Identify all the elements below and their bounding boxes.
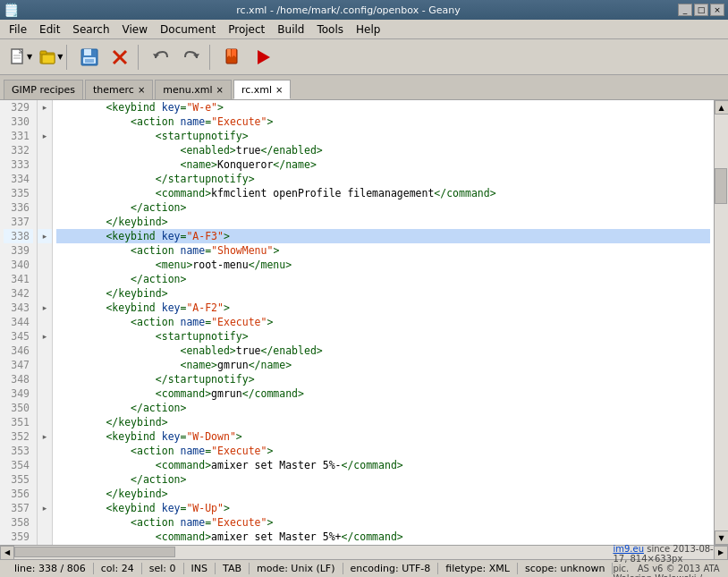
code-line: </keybind> xyxy=(56,286,710,301)
maximize-button[interactable]: □ xyxy=(694,4,708,16)
title-bar-icon: 🗒️ xyxy=(4,3,19,17)
svg-marker-19 xyxy=(258,50,270,64)
scroll-h-thumb[interactable] xyxy=(14,547,175,557)
run-button[interactable] xyxy=(249,43,277,72)
fold-marker-empty xyxy=(38,372,52,386)
code-line: <keybind key="W-Up"> xyxy=(56,501,710,515)
toolbar-sep-2 xyxy=(138,45,143,70)
save-file-button[interactable] xyxy=(75,43,104,72)
tab-gimp-recipes-label: GIMP recipes xyxy=(12,84,75,96)
code-line: <keybind key="W-e"> xyxy=(56,100,710,115)
tab-themerc[interactable]: themerc × xyxy=(85,80,153,99)
fold-marker-empty xyxy=(38,315,52,329)
code-line: </keybind> xyxy=(56,415,710,429)
menu-file[interactable]: File xyxy=(4,22,32,37)
scroll-down-arrow[interactable]: ▼ xyxy=(715,530,729,545)
status-sel: sel: 0 xyxy=(142,563,184,574)
tab-rc-xml-close[interactable]: × xyxy=(275,85,283,95)
tab-themerc-close[interactable]: × xyxy=(138,85,145,95)
tab-menu-xml-close[interactable]: × xyxy=(216,85,224,95)
open-file-arrow[interactable]: ▼ xyxy=(57,53,63,61)
status-line: line: 338 / 806 xyxy=(7,563,94,574)
svg-marker-13 xyxy=(193,54,199,58)
new-file-arrow[interactable]: ▼ xyxy=(27,53,32,61)
title-bar: 🗒️ rc.xml - /home/mark/.config/openbox -… xyxy=(0,0,728,20)
code-line: <keybind key="A-F3"> xyxy=(56,229,710,243)
menu-view[interactable]: View xyxy=(117,22,153,37)
toolbar-sep-3 xyxy=(209,45,215,70)
status-scope: scope: unknown xyxy=(518,563,613,574)
status-tab: TAB xyxy=(216,563,250,574)
vertical-scrollbar[interactable]: ▲ ▼ xyxy=(714,100,728,545)
tab-menu-xml-label: menu.xml xyxy=(163,84,212,96)
fold-marker-empty xyxy=(38,515,52,530)
menu-edit[interactable]: Edit xyxy=(34,22,65,37)
code-line: </action> xyxy=(56,200,710,215)
tab-rc-xml[interactable]: rc.xml × xyxy=(233,80,292,99)
code-line: <startupnotify> xyxy=(56,329,710,344)
tab-gimp-recipes[interactable]: GIMP recipes xyxy=(4,80,83,99)
open-file-group: ▼ xyxy=(34,43,63,72)
fold-marker[interactable]: ▸ xyxy=(38,301,52,315)
status-col: col: 24 xyxy=(94,563,142,574)
code-line: </keybind> xyxy=(56,487,710,501)
fold-marker[interactable]: ▸ xyxy=(38,100,52,115)
close-button[interactable]: × xyxy=(710,4,724,16)
menu-tools[interactable]: Tools xyxy=(311,22,349,37)
code-line: <command>amixer set Master 5%+</command> xyxy=(56,530,710,544)
code-line: <keybind key="W-Down"> xyxy=(56,429,710,444)
tab-rc-xml-label: rc.xml xyxy=(241,84,272,96)
code-line: <enabled>true</enabled> xyxy=(56,143,710,157)
menu-document[interactable]: Document xyxy=(155,22,221,37)
code-line: <keybind key="A-F2"> xyxy=(56,301,710,315)
line-numbers: 3293303313323333343353363373383393403413… xyxy=(0,100,38,545)
tab-themerc-label: themerc xyxy=(93,84,134,96)
fold-marker[interactable]: ▸ xyxy=(38,229,52,243)
status-mode: mode: Unix (LF) xyxy=(250,563,343,574)
fold-marker-empty xyxy=(38,258,52,272)
editor-main: 3293303313323333343353363373383393403413… xyxy=(0,100,728,545)
code-line: <command>kfmclient openProfile filemanag… xyxy=(56,186,710,200)
close-file-button[interactable] xyxy=(106,43,134,72)
fold-marker-empty xyxy=(38,243,52,258)
code-line: <name>gmrun</name> xyxy=(56,358,710,372)
window-controls[interactable]: _ □ × xyxy=(678,4,724,16)
scroll-thumb[interactable] xyxy=(715,168,727,204)
svg-rect-5 xyxy=(42,55,55,64)
code-editor[interactable]: <keybind key="W-e"> <action name="Execut… xyxy=(53,100,714,545)
code-line: <menu>root-menu</menu> xyxy=(56,258,710,272)
scroll-h-track xyxy=(14,546,714,560)
menu-project[interactable]: Project xyxy=(223,22,270,37)
fold-marker[interactable]: ▸ xyxy=(38,329,52,344)
code-line: </keybind> xyxy=(56,215,710,229)
fold-marker[interactable]: ▸ xyxy=(38,501,52,515)
fold-marker-empty xyxy=(38,444,52,458)
bookmark-button[interactable] xyxy=(218,43,247,72)
fold-marker-empty xyxy=(38,358,52,372)
menu-help[interactable]: Help xyxy=(351,22,385,37)
toolbar: ▼ ▼ xyxy=(0,39,728,75)
fold-marker-empty xyxy=(38,386,52,401)
fold-marker[interactable]: ▸ xyxy=(38,129,52,143)
fold-marker-empty xyxy=(38,458,52,472)
menubar: File Edit Search View Document Project B… xyxy=(0,20,728,39)
fold-marker-empty xyxy=(38,286,52,301)
code-line: </startupnotify> xyxy=(56,372,710,386)
fold-marker-empty xyxy=(38,487,52,501)
fold-marker-empty xyxy=(38,143,52,157)
fold-marker-empty xyxy=(38,344,52,358)
undo-button[interactable] xyxy=(147,43,175,72)
redo-button[interactable] xyxy=(177,43,206,72)
fold-column: ▸▸▸▸▸▸▸ xyxy=(38,100,53,545)
fold-marker-empty xyxy=(38,200,52,215)
svg-marker-12 xyxy=(153,54,159,58)
scroll-track xyxy=(715,115,728,530)
fold-marker[interactable]: ▸ xyxy=(38,429,52,444)
horizontal-scrollbar[interactable]: ◀ ▶ xyxy=(0,545,728,559)
tab-menu-xml[interactable]: menu.xml × xyxy=(155,80,232,99)
menu-search[interactable]: Search xyxy=(67,22,114,37)
scroll-up-arrow[interactable]: ▲ xyxy=(715,100,729,115)
scroll-left-arrow[interactable]: ◀ xyxy=(0,546,14,560)
menu-build[interactable]: Build xyxy=(272,22,309,37)
minimize-button[interactable]: _ xyxy=(678,4,692,16)
